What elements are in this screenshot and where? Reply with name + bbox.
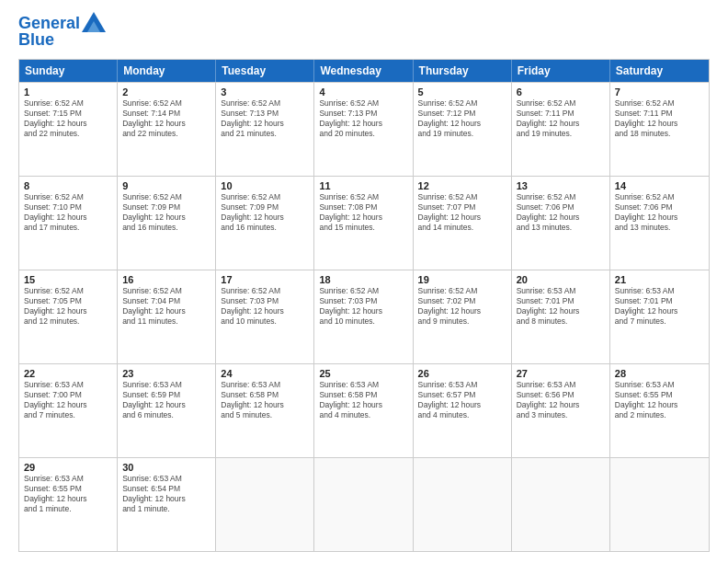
calendar-cell: 26Sunrise: 6:53 AM Sunset: 6:57 PM Dayli… <box>414 364 512 457</box>
calendar-cell: 6Sunrise: 6:52 AM Sunset: 7:11 PM Daylig… <box>512 83 610 176</box>
day-info: Sunrise: 6:52 AM Sunset: 7:02 PM Dayligh… <box>418 286 506 327</box>
day-info: Sunrise: 6:52 AM Sunset: 7:15 PM Dayligh… <box>24 98 112 139</box>
day-number: 17 <box>221 274 309 285</box>
day-info: Sunrise: 6:53 AM Sunset: 7:01 PM Dayligh… <box>615 286 704 327</box>
day-number: 3 <box>221 86 309 98</box>
calendar-row: 1Sunrise: 6:52 AM Sunset: 7:15 PM Daylig… <box>19 82 709 176</box>
day-number: 18 <box>319 274 407 285</box>
calendar-cell: 2Sunrise: 6:52 AM Sunset: 7:14 PM Daylig… <box>118 83 216 176</box>
day-number: 20 <box>517 274 605 285</box>
day-info: Sunrise: 6:52 AM Sunset: 7:11 PM Dayligh… <box>517 98 605 139</box>
day-number: 27 <box>517 368 605 379</box>
calendar-cell <box>512 458 610 551</box>
day-number: 25 <box>319 368 407 379</box>
calendar-body: 1Sunrise: 6:52 AM Sunset: 7:15 PM Daylig… <box>19 82 709 551</box>
calendar-cell: 29Sunrise: 6:53 AM Sunset: 6:55 PM Dayli… <box>19 458 118 551</box>
day-number: 30 <box>122 462 210 473</box>
day-info: Sunrise: 6:52 AM Sunset: 7:09 PM Dayligh… <box>221 192 309 233</box>
day-info: Sunrise: 6:52 AM Sunset: 7:06 PM Dayligh… <box>517 192 605 233</box>
day-info: Sunrise: 6:52 AM Sunset: 7:03 PM Dayligh… <box>319 286 407 327</box>
calendar-cell <box>314 458 413 551</box>
day-number: 8 <box>24 180 112 191</box>
day-number: 1 <box>24 86 112 98</box>
day-number: 23 <box>122 368 210 379</box>
calendar-cell: 10Sunrise: 6:52 AM Sunset: 7:09 PM Dayli… <box>216 177 314 270</box>
calendar-cell: 15Sunrise: 6:52 AM Sunset: 7:05 PM Dayli… <box>19 270 118 363</box>
header: General Blue <box>18 15 710 50</box>
day-number: 10 <box>221 180 309 191</box>
calendar-cell: 27Sunrise: 6:53 AM Sunset: 6:56 PM Dayli… <box>512 364 610 457</box>
day-number: 22 <box>24 368 112 379</box>
day-info: Sunrise: 6:53 AM Sunset: 6:58 PM Dayligh… <box>221 380 309 420</box>
calendar-cell: 5Sunrise: 6:52 AM Sunset: 7:12 PM Daylig… <box>414 83 512 176</box>
day-info: Sunrise: 6:52 AM Sunset: 7:09 PM Dayligh… <box>122 192 210 233</box>
calendar-cell: 16Sunrise: 6:52 AM Sunset: 7:04 PM Dayli… <box>118 270 216 363</box>
day-number: 19 <box>418 274 506 285</box>
day-number: 2 <box>122 86 210 98</box>
calendar: SundayMondayTuesdayWednesdayThursdayFrid… <box>18 59 710 552</box>
day-info: Sunrise: 6:53 AM Sunset: 6:55 PM Dayligh… <box>615 380 704 420</box>
weekday-header: Friday <box>512 60 610 82</box>
day-number: 6 <box>517 86 605 98</box>
logo-icon <box>82 12 106 32</box>
weekday-header: Monday <box>118 60 216 82</box>
logo: General Blue <box>18 15 106 50</box>
day-number: 21 <box>615 274 704 285</box>
page: General Blue SundayMondayTuesdayWednesda… <box>0 0 728 563</box>
day-number: 13 <box>517 180 605 191</box>
calendar-cell: 21Sunrise: 6:53 AM Sunset: 7:01 PM Dayli… <box>610 270 709 363</box>
day-info: Sunrise: 6:52 AM Sunset: 7:05 PM Dayligh… <box>24 286 112 327</box>
calendar-header: SundayMondayTuesdayWednesdayThursdayFrid… <box>19 60 709 82</box>
day-info: Sunrise: 6:52 AM Sunset: 7:06 PM Dayligh… <box>615 192 704 233</box>
day-info: Sunrise: 6:53 AM Sunset: 6:56 PM Dayligh… <box>517 380 605 420</box>
calendar-cell: 20Sunrise: 6:53 AM Sunset: 7:01 PM Dayli… <box>512 270 610 363</box>
day-number: 5 <box>418 86 506 98</box>
calendar-cell: 18Sunrise: 6:52 AM Sunset: 7:03 PM Dayli… <box>314 270 413 363</box>
calendar-cell: 30Sunrise: 6:53 AM Sunset: 6:54 PM Dayli… <box>118 458 216 551</box>
day-number: 26 <box>418 368 506 379</box>
day-info: Sunrise: 6:52 AM Sunset: 7:08 PM Dayligh… <box>319 192 407 233</box>
calendar-cell: 8Sunrise: 6:52 AM Sunset: 7:10 PM Daylig… <box>19 177 118 270</box>
calendar-cell: 11Sunrise: 6:52 AM Sunset: 7:08 PM Dayli… <box>314 177 413 270</box>
calendar-cell: 23Sunrise: 6:53 AM Sunset: 6:59 PM Dayli… <box>118 364 216 457</box>
day-number: 29 <box>24 462 112 473</box>
calendar-cell: 12Sunrise: 6:52 AM Sunset: 7:07 PM Dayli… <box>414 177 512 270</box>
day-info: Sunrise: 6:53 AM Sunset: 6:59 PM Dayligh… <box>122 380 210 420</box>
calendar-cell: 9Sunrise: 6:52 AM Sunset: 7:09 PM Daylig… <box>118 177 216 270</box>
calendar-row: 15Sunrise: 6:52 AM Sunset: 7:05 PM Dayli… <box>19 270 709 363</box>
calendar-cell <box>216 458 314 551</box>
day-info: Sunrise: 6:52 AM Sunset: 7:12 PM Dayligh… <box>418 98 506 139</box>
calendar-cell: 1Sunrise: 6:52 AM Sunset: 7:15 PM Daylig… <box>19 83 118 176</box>
day-number: 24 <box>221 368 309 379</box>
day-info: Sunrise: 6:52 AM Sunset: 7:13 PM Dayligh… <box>319 98 407 139</box>
calendar-cell: 3Sunrise: 6:52 AM Sunset: 7:13 PM Daylig… <box>216 83 314 176</box>
day-info: Sunrise: 6:53 AM Sunset: 6:54 PM Dayligh… <box>122 474 210 514</box>
logo-text2: Blue <box>18 31 54 50</box>
calendar-cell: 25Sunrise: 6:53 AM Sunset: 6:58 PM Dayli… <box>314 364 413 457</box>
day-info: Sunrise: 6:53 AM Sunset: 7:00 PM Dayligh… <box>24 380 112 420</box>
day-info: Sunrise: 6:53 AM Sunset: 6:57 PM Dayligh… <box>418 380 506 420</box>
calendar-cell: 14Sunrise: 6:52 AM Sunset: 7:06 PM Dayli… <box>610 177 709 270</box>
calendar-row: 22Sunrise: 6:53 AM Sunset: 7:00 PM Dayli… <box>19 363 709 457</box>
day-number: 12 <box>418 180 506 191</box>
weekday-header: Thursday <box>414 60 512 82</box>
day-number: 15 <box>24 274 112 285</box>
day-info: Sunrise: 6:52 AM Sunset: 7:10 PM Dayligh… <box>24 192 112 233</box>
day-info: Sunrise: 6:52 AM Sunset: 7:13 PM Dayligh… <box>221 98 309 139</box>
calendar-cell <box>414 458 512 551</box>
day-number: 28 <box>615 368 704 379</box>
day-number: 16 <box>122 274 210 285</box>
day-info: Sunrise: 6:53 AM Sunset: 7:01 PM Dayligh… <box>517 286 605 327</box>
day-number: 14 <box>615 180 704 191</box>
day-info: Sunrise: 6:52 AM Sunset: 7:07 PM Dayligh… <box>418 192 506 233</box>
day-info: Sunrise: 6:52 AM Sunset: 7:04 PM Dayligh… <box>122 286 210 327</box>
weekday-header: Saturday <box>610 60 709 82</box>
day-info: Sunrise: 6:53 AM Sunset: 6:55 PM Dayligh… <box>24 474 112 514</box>
calendar-cell: 17Sunrise: 6:52 AM Sunset: 7:03 PM Dayli… <box>216 270 314 363</box>
calendar-cell: 24Sunrise: 6:53 AM Sunset: 6:58 PM Dayli… <box>216 364 314 457</box>
calendar-row: 29Sunrise: 6:53 AM Sunset: 6:55 PM Dayli… <box>19 457 709 551</box>
calendar-cell: 4Sunrise: 6:52 AM Sunset: 7:13 PM Daylig… <box>314 83 413 176</box>
day-number: 4 <box>319 86 407 98</box>
weekday-header: Tuesday <box>216 60 314 82</box>
day-info: Sunrise: 6:52 AM Sunset: 7:11 PM Dayligh… <box>615 98 704 139</box>
